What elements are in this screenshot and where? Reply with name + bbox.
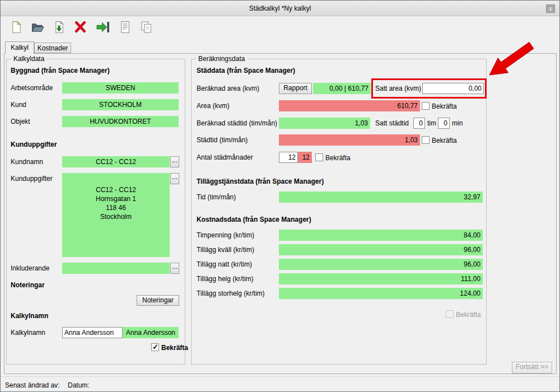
address-line: Stockholm (62, 212, 170, 221)
report-button[interactable] (116, 19, 134, 37)
kalkylnamn-input[interactable] (62, 327, 123, 338)
stadtid-bekrafta-checkbox[interactable] (422, 136, 430, 144)
satt-stadtid-label: Satt städtid (375, 119, 409, 127)
timpenning-label: Timpenning (kr/tim) (197, 231, 254, 239)
satt-stadtid-tim-input[interactable] (413, 118, 425, 129)
tab-kostnader[interactable]: Kostnader (34, 43, 71, 53)
address-line: Hornsgatan 1 (62, 194, 170, 203)
tillagg-natt-label: Tillägg natt (kr/tim) (197, 260, 252, 268)
save-icon (52, 20, 66, 36)
status-bar: Senast ändrad av: Datum: (1, 376, 559, 392)
satt-stadtid-min-input[interactable] (438, 118, 450, 129)
tillagg-storhelg-field: 124,00 (279, 288, 483, 299)
new-document-icon (10, 20, 24, 36)
manader-input[interactable] (279, 152, 298, 163)
objekt-label: Objekt (11, 118, 30, 125)
kalkylnamn-header: Kalkylnamn (11, 312, 48, 320)
kalkylnamn-bekrafta-label: Bekräfta (161, 344, 188, 352)
tillagg-header: Tilläggstjänstdata (från Space Manager) (197, 178, 324, 185)
satt-area-label: Satt area (kvm) (375, 85, 421, 92)
kostnad-bekrafta-label: Bekräfta (456, 311, 481, 319)
kalkylnamn-bekrafta-checkbox[interactable] (151, 343, 159, 351)
building-header: Byggnad (från Space Manager) (11, 67, 110, 74)
address-line: 118 46 (62, 203, 170, 212)
tillagg-kvall-label: Tillägg kväll (kr/tim) (197, 246, 254, 254)
arbetsomrade-label: Arbetsområde (11, 84, 53, 92)
timpenning-field: 84,00 (279, 230, 483, 241)
title-bar: Städkalkyl *Ny kalkyl x (1, 1, 559, 16)
new-button[interactable] (7, 19, 25, 37)
inkluderande-field (62, 263, 170, 274)
inkluderande-label: Inkluderande (11, 264, 49, 272)
manader-display: 12 (298, 152, 312, 163)
report-document-icon (118, 20, 132, 36)
kalkylnamn-display: Anna Andersson (123, 327, 179, 338)
tillagg-helg-label: Tillägg helg (kr/tim) (197, 275, 254, 283)
kunduppgifter-display: CC12 - CC12 Hornsgatan 1 118 46 Stockhol… (62, 173, 170, 257)
inkluderande-ellipsis-button[interactable]: ... (170, 263, 179, 274)
kund-field: STOCKHOLM (62, 99, 179, 110)
beraknad-stadtid-field: 1,03 (279, 118, 370, 129)
stadtid-label: Städtid (tim/mån) (197, 136, 248, 144)
address-line: CC12 - CC12 (62, 185, 170, 194)
open-button[interactable] (29, 19, 46, 37)
staddata-header: Städdata (från Space Manager) (197, 67, 295, 74)
tid-label: Tid (tim/mån) (197, 193, 236, 201)
kund-label: Kund (11, 101, 26, 109)
datum-label: Datum: (68, 381, 90, 389)
open-folder-icon (31, 20, 45, 36)
delete-button[interactable] (71, 19, 89, 37)
copy-button[interactable] (137, 19, 155, 37)
export-arrow-icon (96, 20, 110, 36)
tillagg-storhelg-label: Tillägg storhelg (kr/tim) (197, 290, 265, 297)
beraknad-area-label: Beräknad area (kvm) (197, 85, 259, 92)
senast-andrad-label: Senast ändrad av: (5, 381, 59, 389)
kundnamn-label: Kundnamn (11, 158, 43, 166)
kunduppgifter-ellipsis-button[interactable]: ... (170, 173, 179, 184)
delete-x-icon (73, 20, 87, 36)
tillagg-kvall-field: 96,00 (279, 244, 483, 255)
area-field: 610,77 (279, 100, 420, 111)
kundnamn-ellipsis-button[interactable]: ... (170, 156, 179, 167)
min-label: min (452, 119, 463, 127)
copy-icon (139, 20, 153, 36)
kunduppgifter-header: Kunduppgifter (11, 141, 57, 148)
kostnadsdata-header: Kostnadsdata (från Space Manager) (197, 216, 311, 223)
beraknad-stadtid-label: Beräknad städtid (tim/mån) (197, 119, 277, 127)
objekt-field: HUVUDKONTORET (62, 116, 179, 127)
satt-area-input[interactable] (422, 83, 484, 94)
area-bekrafta-label: Bekräfta (432, 102, 457, 110)
tim-label: tim (427, 119, 436, 127)
window-title: Städkalkyl *Ny kalkyl (249, 4, 311, 12)
kunduppgifter-label: Kunduppgifter (11, 175, 53, 183)
tillagg-natt-field: 96,00 (279, 259, 483, 270)
area-label: Area (kvm) (197, 102, 230, 110)
tid-field: 32,97 (279, 192, 483, 203)
noteringar-header: Noteringar (11, 281, 45, 289)
stadtid-bekrafta-label: Bekräfta (432, 137, 457, 144)
stadtid-field: 1,03 (279, 134, 420, 146)
save-button[interactable] (50, 19, 68, 37)
kalkylnamn-label: Kalkylnamn (11, 329, 45, 337)
area-bekrafta-checkbox[interactable] (422, 102, 430, 110)
export-button[interactable] (94, 19, 111, 37)
manader-bekrafta-checkbox[interactable] (315, 153, 323, 161)
arbetsomrade-field: SWEDEN (62, 82, 179, 94)
kundnamn-field: CC12 - CC12 (62, 156, 170, 167)
manader-label: Antal städmånader (197, 153, 253, 161)
fortsatt-button: Fortsätt >> (512, 362, 552, 374)
noteringar-button[interactable]: Noteringar (137, 295, 179, 306)
tab-kalkyl[interactable]: Kalkyl (5, 41, 34, 54)
kalkyldata-group-label: Kalkyldata (11, 55, 46, 63)
berakningsdata-group-label: Beräkningsdata (196, 55, 247, 63)
close-button[interactable]: x (546, 4, 555, 13)
beraknad-area-field: 0,00 | 610,77 (313, 83, 371, 94)
rapport-button[interactable]: Rapport (279, 83, 312, 94)
manader-bekrafta-label: Bekräfta (325, 154, 351, 162)
tillagg-helg-field: 111,00 (279, 273, 483, 284)
kostnad-bekrafta-checkbox (446, 310, 454, 318)
toolbar (1, 17, 559, 40)
